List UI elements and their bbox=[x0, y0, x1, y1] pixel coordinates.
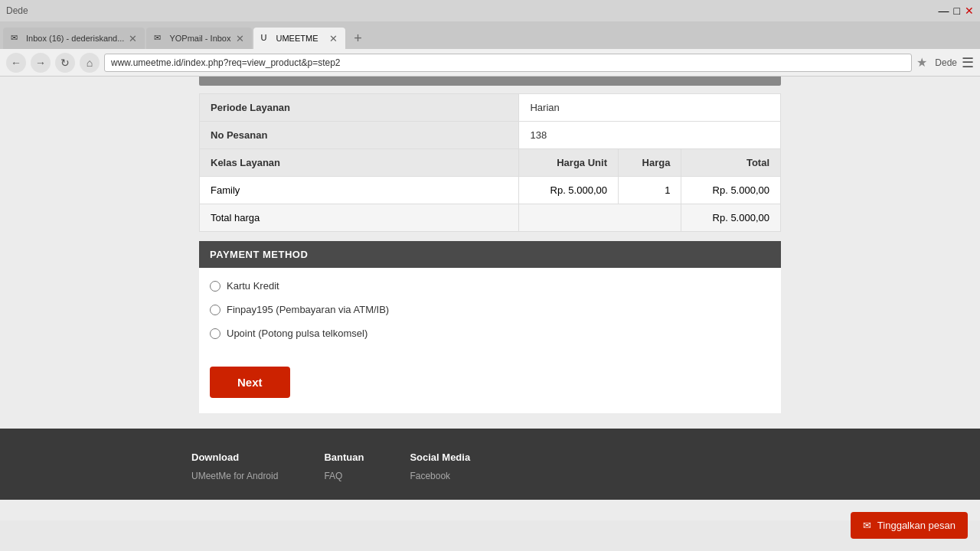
radio-upoint[interactable] bbox=[210, 328, 220, 339]
col-total: Total bbox=[681, 149, 781, 177]
footer-inner: Download UMeetMe for Android Bantuan FAQ… bbox=[191, 452, 789, 484]
back-btn[interactable]: ← bbox=[6, 53, 26, 73]
bookmark-btn[interactable]: ★ bbox=[916, 55, 927, 70]
tab-close-inbox[interactable]: ✕ bbox=[129, 33, 137, 44]
close-btn[interactable]: ✕ bbox=[965, 5, 974, 17]
next-button[interactable]: Next bbox=[210, 367, 290, 398]
periode-value: Harian bbox=[519, 94, 781, 122]
tab-label-inbox: Inbox (16) - dederiskand... bbox=[26, 34, 124, 43]
tab-favicon-inbox: ✉ bbox=[11, 33, 21, 44]
tab-label-umeetme: UMEETME bbox=[276, 34, 318, 43]
main-container: Periode Layanan Harian No Pesanan 138 Ke… bbox=[191, 77, 789, 413]
column-header-row: Kelas Layanan Harga Unit Harga Total bbox=[200, 149, 781, 177]
total-row: Total harga Rp. 5.000,00 bbox=[200, 204, 781, 232]
total-value: Rp. 5.000,00 bbox=[681, 204, 781, 232]
chat-button[interactable]: ✉ Tinggalkan pesan bbox=[851, 512, 968, 520]
footer-link-faq[interactable]: FAQ bbox=[324, 471, 364, 481]
chat-label: Tinggalkan pesan bbox=[877, 520, 956, 520]
payment-option-finpay: Finpay195 (Pembayaran via ATM/IB) bbox=[210, 304, 770, 315]
radio-kartu-kredit[interactable] bbox=[210, 281, 220, 292]
order-table: Periode Layanan Harian No Pesanan 138 Ke… bbox=[199, 93, 781, 232]
footer-col-bantuan: Bantuan FAQ bbox=[324, 452, 364, 484]
page-content: Periode Layanan Harian No Pesanan 138 Ke… bbox=[0, 77, 980, 520]
tab-close-yopmail[interactable]: ✕ bbox=[236, 33, 244, 44]
footer-col-download: Download UMeetMe for Android bbox=[191, 452, 278, 484]
browser-nav: ← → ↻ ⌂ ★ Dede ☰ bbox=[0, 49, 980, 77]
tab-close-umeetme[interactable]: ✕ bbox=[329, 33, 338, 44]
tab-umeetme[interactable]: U UMEETME ✕ bbox=[253, 28, 345, 49]
footer-heading-download: Download bbox=[191, 452, 278, 463]
row-harga-unit: Rp. 5.000,00 bbox=[519, 177, 619, 204]
footer-link-facebook[interactable]: Facebook bbox=[410, 471, 470, 481]
col-harga: Harga bbox=[618, 149, 681, 177]
forward-btn[interactable]: → bbox=[31, 53, 51, 73]
periode-label: Periode Layanan bbox=[200, 94, 519, 122]
browser-window: Dede — □ ✕ ✉ Inbox (16) - dederiskand...… bbox=[0, 0, 980, 520]
payment-options: Kartu Kredit Finpay195 (Pembayaran via A… bbox=[199, 268, 781, 364]
browser-tabs: ✉ Inbox (16) - dederiskand... ✕ ✉ YOPmai… bbox=[0, 21, 980, 49]
periode-row: Periode Layanan Harian bbox=[200, 94, 781, 122]
no-pesanan-value: 138 bbox=[519, 122, 781, 149]
home-btn[interactable]: ⌂ bbox=[80, 53, 100, 73]
col-kelas: Kelas Layanan bbox=[200, 149, 519, 177]
chat-icon: ✉ bbox=[863, 520, 871, 520]
footer: Download UMeetMe for Android Bantuan FAQ… bbox=[0, 429, 980, 500]
col-harga-unit: Harga Unit bbox=[519, 149, 619, 177]
reload-btn[interactable]: ↻ bbox=[55, 53, 75, 73]
payment-section: PAYMENT METHOD Kartu Kredit Finpay195 (P… bbox=[199, 241, 781, 413]
tab-favicon-umeetme: U bbox=[261, 33, 272, 44]
maximize-btn[interactable]: □ bbox=[954, 5, 960, 17]
tab-favicon-yopmail: ✉ bbox=[154, 33, 165, 44]
row-total: Rp. 5.000,00 bbox=[681, 177, 781, 204]
label-upoint: Upoint (Potong pulsa telkomsel) bbox=[227, 328, 368, 339]
radio-finpay[interactable] bbox=[210, 305, 220, 315]
tab-label-yopmail: YOPmail - Inbox bbox=[169, 34, 230, 43]
payment-option-upoint: Upoint (Potong pulsa telkomsel) bbox=[210, 328, 770, 339]
footer-heading-social: Social Media bbox=[410, 452, 470, 463]
browser-user: Dede bbox=[935, 57, 957, 68]
footer-col-social: Social Media Facebook bbox=[410, 452, 470, 484]
browser-titlebar: Dede — □ ✕ bbox=[0, 0, 980, 21]
payment-header: PAYMENT METHOD bbox=[199, 241, 781, 268]
row-harga: 1 bbox=[618, 177, 681, 204]
order-row-0: Family Rp. 5.000,00 1 Rp. 5.000,00 bbox=[200, 177, 781, 204]
top-bar-partial bbox=[199, 77, 781, 86]
footer-heading-bantuan: Bantuan bbox=[324, 452, 364, 463]
user-label: Dede bbox=[6, 5, 28, 16]
label-finpay: Finpay195 (Pembayaran via ATM/IB) bbox=[227, 304, 389, 315]
tab-inbox[interactable]: ✉ Inbox (16) - dederiskand... ✕ bbox=[3, 28, 145, 49]
footer-link-android[interactable]: UMeetMe for Android bbox=[191, 471, 278, 481]
payment-option-kartu-kredit: Kartu Kredit bbox=[210, 280, 770, 292]
minimize-btn[interactable]: — bbox=[939, 5, 949, 17]
no-pesanan-row: No Pesanan 138 bbox=[200, 122, 781, 149]
tab-yopmail[interactable]: ✉ YOPmail - Inbox ✕ bbox=[146, 28, 251, 49]
row-kelas: Family bbox=[200, 177, 519, 204]
total-label: Total harga bbox=[200, 204, 519, 232]
label-kartu-kredit: Kartu Kredit bbox=[227, 280, 279, 292]
no-pesanan-label: No Pesanan bbox=[200, 122, 519, 149]
menu-btn[interactable]: ☰ bbox=[962, 54, 974, 71]
address-bar[interactable] bbox=[104, 54, 912, 72]
new-tab-btn[interactable]: + bbox=[347, 28, 370, 49]
